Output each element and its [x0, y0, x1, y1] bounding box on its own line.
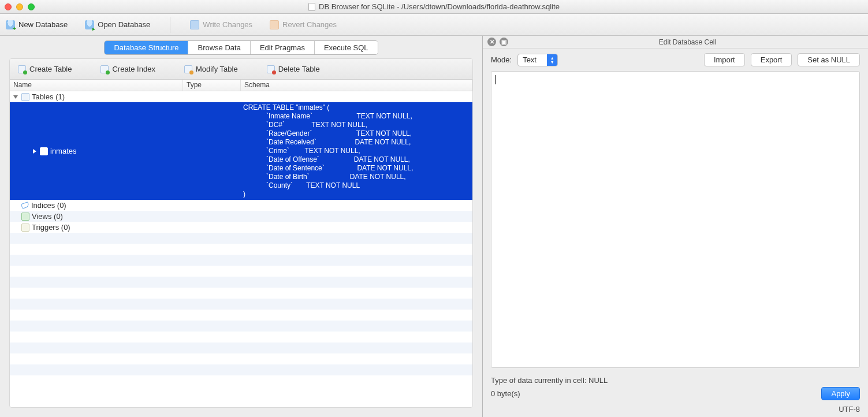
- revert-changes-icon: [270, 20, 279, 29]
- window-close-button[interactable]: [5, 3, 12, 10]
- left-pane: Database Structure Browse Data Edit Prag…: [0, 36, 483, 417]
- revert-changes-label: Revert Changes: [282, 20, 337, 29]
- disclosure-down-icon[interactable]: [13, 95, 18, 99]
- tab-execute-sql[interactable]: Execute SQL: [315, 41, 378, 54]
- new-database-icon: [6, 20, 15, 29]
- new-database-label: New Database: [18, 20, 68, 29]
- open-database-icon: [85, 20, 94, 29]
- cell-size-info: 0 byte(s): [491, 389, 520, 398]
- table-name-label: inmates: [50, 147, 77, 155]
- apply-button[interactable]: Apply: [821, 387, 860, 400]
- tree-header-schema[interactable]: Schema: [241, 80, 472, 91]
- write-changes-label: Write Changes: [203, 20, 252, 29]
- indices-icon: [21, 202, 29, 209]
- triggers-label: Triggers (0): [32, 223, 70, 232]
- panel-title: Edit Database Cell: [512, 38, 863, 46]
- tree-row-indices[interactable]: Indices (0): [10, 200, 472, 211]
- views-icon: [21, 213, 29, 221]
- export-button[interactable]: Export: [751, 53, 792, 66]
- indices-label: Indices (0): [31, 201, 66, 210]
- window-maximize-button[interactable]: [28, 3, 35, 10]
- tables-group-icon: [21, 93, 29, 101]
- panel-close-icon[interactable]: ✕: [487, 38, 496, 46]
- mode-select[interactable]: Text ▲▼: [517, 54, 558, 66]
- window-minimize-button[interactable]: [16, 3, 23, 10]
- table-schema-text: CREATE TABLE "inmates" ( `Inmate Name` T…: [241, 102, 472, 200]
- modify-table-label: Modify Table: [196, 65, 238, 73]
- open-database-label: Open Database: [98, 20, 150, 29]
- table-icon: [40, 147, 48, 155]
- select-stepper-icon: ▲▼: [547, 54, 557, 66]
- write-changes-icon: [190, 20, 199, 29]
- tree-row-inmates[interactable]: inmates CREATE TABLE "inmates" ( `Inmate…: [10, 102, 472, 200]
- tree-row-views[interactable]: Views (0): [10, 211, 472, 222]
- create-table-label: Create Table: [29, 65, 72, 73]
- cell-editor[interactable]: [491, 71, 860, 368]
- tree-body[interactable]: Tables (1) inmates CREATE TABLE "inmates…: [10, 91, 472, 407]
- tab-edit-pragmas[interactable]: Edit Pragmas: [251, 41, 315, 54]
- write-changes-button[interactable]: Write Changes: [190, 20, 252, 29]
- delete-table-label: Delete Table: [278, 65, 320, 73]
- triggers-icon: [21, 224, 29, 232]
- document-icon: [308, 3, 315, 11]
- tree-row-tables[interactable]: Tables (1): [10, 91, 472, 102]
- panel-popout-icon[interactable]: ▣: [500, 38, 508, 46]
- create-table-icon: [18, 65, 26, 73]
- set-null-button[interactable]: Set as NULL: [798, 53, 860, 66]
- delete-table-button[interactable]: Delete Table: [267, 65, 320, 73]
- new-database-button[interactable]: New Database: [6, 20, 68, 29]
- open-database-button[interactable]: Open Database: [85, 20, 150, 29]
- cell-type-info: Type of data currently in cell: NULL: [491, 376, 608, 385]
- text-caret: [495, 75, 496, 84]
- encoding-label: UTF-8: [839, 405, 860, 414]
- modify-table-button[interactable]: Modify Table: [184, 65, 238, 73]
- revert-changes-button[interactable]: Revert Changes: [270, 20, 337, 29]
- tree-header-type[interactable]: Type: [183, 80, 241, 91]
- window-titlebar: DB Browser for SQLite - /Users/dtown/Dow…: [0, 0, 868, 14]
- import-button[interactable]: Import: [704, 53, 745, 66]
- delete-table-icon: [267, 65, 275, 73]
- structure-toolbar: Create Table Create Index Modify Table D…: [10, 59, 472, 80]
- tab-database-structure[interactable]: Database Structure: [105, 41, 188, 54]
- mode-label: Mode:: [491, 55, 512, 64]
- tree-header-name[interactable]: Name: [10, 80, 183, 91]
- create-index-label: Create Index: [112, 65, 155, 73]
- modify-table-icon: [184, 65, 192, 73]
- create-table-button[interactable]: Create Table: [18, 65, 72, 73]
- main-tabs: Database Structure Browse Data Edit Prag…: [104, 40, 378, 55]
- create-index-button[interactable]: Create Index: [100, 65, 155, 73]
- main-toolbar: New Database Open Database Write Changes…: [0, 14, 868, 36]
- tree-header: Name Type Schema: [10, 80, 472, 91]
- tables-group-label: Tables (1): [32, 92, 65, 101]
- tab-browse-data[interactable]: Browse Data: [188, 41, 250, 54]
- toolbar-separator: [170, 17, 170, 33]
- window-title: DB Browser for SQLite - /Users/dtown/Dow…: [319, 2, 560, 11]
- create-index-icon: [100, 65, 109, 73]
- tree-row-triggers[interactable]: Triggers (0): [10, 222, 472, 233]
- right-pane: ✕ ▣ Edit Database Cell Mode: Text ▲▼ Imp…: [483, 36, 868, 417]
- mode-select-value: Text: [518, 54, 547, 66]
- views-label: Views (0): [32, 212, 63, 221]
- disclosure-right-icon[interactable]: [33, 149, 36, 154]
